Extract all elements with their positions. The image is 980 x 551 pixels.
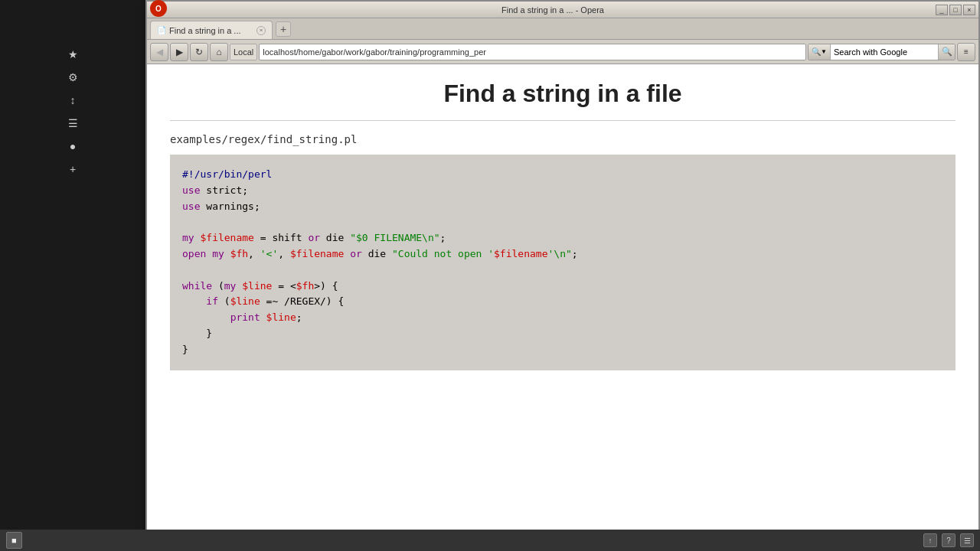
taskbar: ■ ↑ ? ☰ (0, 530, 980, 551)
taskbar-system-icons: ↑ ? ☰ (923, 533, 974, 547)
browser-tools-button[interactable]: ≡ (957, 43, 975, 61)
title-bar-text: Find a string in a ... - Opera (173, 5, 933, 15)
search-engine-selector[interactable]: 🔍 ▼ (808, 44, 831, 60)
code-line-8: while (my $line = <$fh>) { (182, 279, 943, 295)
toolbar: ◀ ▶ ↻ ⌂ Local localhost/home/gabor/work/… (147, 40, 978, 64)
sidebar-add-icon[interactable]: + (64, 161, 81, 178)
code-line-9: if ($line =~ /REGEX/) { (182, 294, 943, 310)
taskbar-icon-2[interactable]: ? (942, 533, 956, 547)
sidebar-dot-icon[interactable]: ● (64, 138, 81, 155)
sidebar-menu-icon[interactable]: ☰ (64, 115, 81, 132)
location-label: Local (230, 44, 257, 60)
search-box[interactable]: 🔍 ▼ 🔍 (808, 44, 956, 60)
code-line-12: } (182, 342, 943, 358)
url-text: localhost/home/gabor/work/gabor/training… (263, 47, 486, 57)
code-line-10: print $line; (182, 310, 943, 326)
search-engine-icon: 🔍 (812, 47, 821, 56)
tab-close-button[interactable]: × (256, 26, 266, 35)
back-button[interactable]: ◀ (150, 43, 168, 61)
tab-bar: 📄 Find a string in a ... × + (147, 18, 978, 40)
code-line-2: use strict; (182, 183, 943, 199)
code-line-5: my $filename = shift or die "$0 FILENAME… (182, 230, 943, 246)
code-line-6: open my $fh, '<', $filename or die "Coul… (182, 246, 943, 262)
home-button[interactable]: ⌂ (210, 43, 228, 61)
taskbar-icon-3[interactable]: ☰ (960, 533, 974, 547)
minimize-button[interactable]: _ (936, 5, 948, 15)
forward-button[interactable]: ▶ (170, 43, 188, 61)
code-line-3: use warnings; (182, 199, 943, 215)
browser-logo: O (150, 0, 167, 17)
search-input[interactable] (831, 44, 938, 60)
refresh-button[interactable]: ↻ (190, 43, 208, 61)
title-bar: O Find a string in a ... - Opera _ □ × (147, 2, 978, 18)
new-tab-button[interactable]: + (276, 21, 291, 37)
code-line-4 (182, 214, 943, 230)
search-go-button[interactable]: 🔍 (938, 44, 955, 60)
file-path: examples/regex/find_string.pl (170, 133, 956, 145)
page-content: Find a string in a file examples/regex/f… (147, 64, 978, 549)
tab-label: Find a string in a ... (169, 26, 241, 35)
page-title: Find a string in a file (170, 80, 956, 108)
code-line-1: #!/usr/bin/perl (182, 167, 943, 183)
taskbar-icon-1[interactable]: ↑ (923, 533, 937, 547)
active-tab[interactable]: 📄 Find a string in a ... × (150, 21, 273, 39)
location-bar[interactable]: localhost/home/gabor/work/gabor/training… (259, 44, 806, 60)
search-engine-chevron: ▼ (821, 48, 827, 55)
sidebar-scroll-icon[interactable]: ↕ (64, 92, 81, 109)
taskbar-start[interactable]: ■ (6, 532, 22, 549)
browser-window: O Find a string in a ... - Opera _ □ × 📄… (145, 0, 980, 551)
code-line-7 (182, 262, 943, 279)
code-block: #!/usr/bin/perl use strict; use warnings… (170, 155, 956, 370)
sidebar-settings-icon[interactable]: ⚙ (64, 69, 81, 86)
maximize-button[interactable]: □ (949, 5, 962, 15)
sidebar-bookmarks-icon[interactable]: ★ (64, 46, 81, 63)
close-button[interactable]: × (963, 5, 975, 15)
sidebar: ★ ⚙ ↕ ☰ ● + (0, 0, 145, 551)
window-controls: _ □ × (936, 5, 975, 15)
page-divider (170, 120, 956, 121)
taskbar-start-icon: ■ (11, 536, 17, 545)
code-line-11: } (182, 326, 943, 342)
tab-favicon: 📄 (157, 26, 166, 34)
